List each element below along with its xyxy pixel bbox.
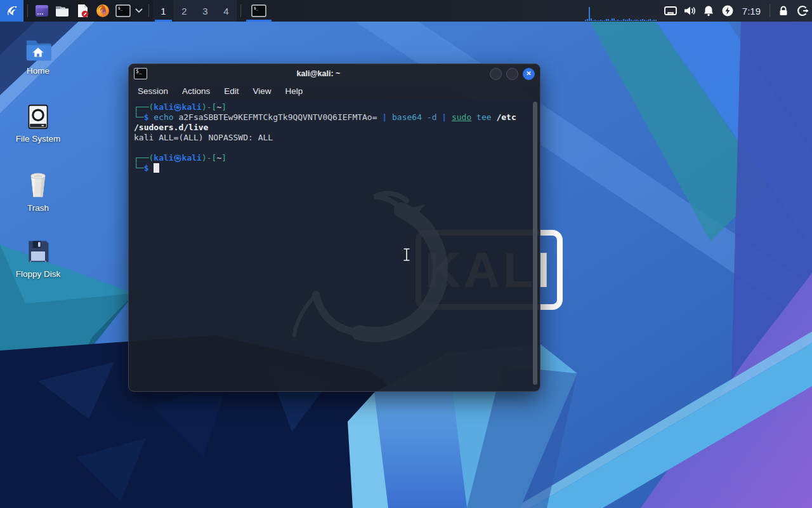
- file-system-drive-icon: [10, 104, 66, 130]
- terminal-titlebar[interactable]: $_ kali@kali: ~ ✕: [129, 64, 540, 83]
- panel-separator: [148, 4, 149, 17]
- terminal-scrollbar[interactable]: [533, 102, 537, 385]
- menu-session[interactable]: Session: [138, 86, 168, 96]
- workspace-button-4[interactable]: 4: [216, 0, 237, 22]
- desktop-icon-label: Trash: [10, 203, 66, 213]
- network-icon[interactable]: [661, 0, 680, 22]
- desktop-icon-floppy-disk[interactable]: Floppy Disk: [10, 237, 66, 279]
- terminal-line: └─$ echo a2FsaSBBTEw9KEFMTCkgTk9QQVNTV0Q…: [134, 112, 535, 123]
- terminal-icon: $_: [251, 3, 267, 18]
- menu-edit[interactable]: Edit: [224, 86, 239, 96]
- panel-separator: [27, 4, 28, 17]
- terminal-window-icon: $_: [134, 68, 147, 79]
- kali-dragon-watermark: [278, 188, 449, 347]
- kali-logo-icon: [5, 4, 19, 18]
- launcher-app-grid[interactable]: [32, 0, 52, 22]
- launcher-firefox[interactable]: [93, 0, 113, 22]
- applications-menu-button[interactable]: [0, 0, 23, 22]
- maximize-button[interactable]: [506, 68, 518, 80]
- launcher-file-manager[interactable]: [52, 0, 72, 22]
- home-folder-icon: [10, 36, 66, 62]
- terminal-line: ┌──(kali㉿kali)-[~]: [134, 153, 535, 163]
- desktop-icon-label: File System: [10, 134, 66, 144]
- terminal-icon: $_: [115, 3, 131, 18]
- menu-view[interactable]: View: [253, 86, 272, 96]
- panel-separator: [769, 4, 770, 17]
- desktop-icon-home[interactable]: Home: [10, 36, 66, 76]
- launcher-text-editor[interactable]: [72, 0, 93, 22]
- workspace-button-2[interactable]: 2: [174, 0, 195, 22]
- desktop-icon-file-system[interactable]: File System: [10, 104, 66, 144]
- terminal-line: [134, 143, 535, 153]
- menu-help[interactable]: Help: [285, 86, 303, 96]
- terminal-line: kali ALL=(ALL) NOPASSWD: ALL: [134, 133, 535, 143]
- logout-icon[interactable]: [793, 0, 812, 22]
- close-button[interactable]: ✕: [523, 68, 535, 80]
- terminal-output: ┌──(kali㉿kali)-[~]└─$ echo a2FsaSBBTEw9K…: [134, 102, 535, 173]
- chevron-down-icon[interactable]: [133, 0, 145, 22]
- terminal-body[interactable]: ┌──(kali㉿kali)-[~]└─$ echo a2FsaSBBTEw9K…: [129, 99, 540, 391]
- floppy-disk-icon: [10, 237, 66, 265]
- terminal-line: /sudoers.d/live: [134, 123, 535, 133]
- text-editor-icon: [75, 3, 90, 18]
- firefox-icon: [95, 3, 110, 18]
- terminal-window-title: kali@kali: ~: [147, 69, 490, 78]
- desktop-icon-label: Home: [10, 66, 66, 76]
- terminal-line: ┌──(kali㉿kali)-[~]: [134, 102, 535, 112]
- terminal-window: $_ kali@kali: ~ ✕ Session Actions Edit V…: [128, 64, 540, 392]
- terminal-menubar: Session Actions Edit View Help: [129, 83, 540, 99]
- desktop-icon-trash[interactable]: Trash: [10, 170, 66, 213]
- menu-actions[interactable]: Actions: [182, 86, 210, 96]
- file-manager-icon: [55, 3, 70, 18]
- workspace-button-1[interactable]: 1: [153, 0, 174, 22]
- terminal-line: └─$: [134, 163, 535, 173]
- notifications-bell-icon[interactable]: [699, 0, 718, 22]
- app-grid-icon: [34, 3, 49, 18]
- trash-bucket-icon: [10, 170, 66, 199]
- taskbar-terminal-button[interactable]: $_: [245, 0, 273, 22]
- svg-text:$_: $_: [118, 6, 123, 11]
- workspace-button-3[interactable]: 3: [195, 0, 216, 22]
- desktop-icon-label: Floppy Disk: [10, 269, 66, 279]
- panel-separator: [240, 4, 241, 17]
- volume-icon[interactable]: [680, 0, 699, 22]
- system-monitor-graph[interactable]: [584, 0, 661, 22]
- minimize-button[interactable]: [490, 68, 502, 80]
- svg-text:$_: $_: [254, 6, 259, 11]
- top-panel: $_ 1 2 3 4 $_: [0, 0, 812, 22]
- power-manager-icon[interactable]: [718, 0, 737, 22]
- clock[interactable]: 7:19: [737, 0, 766, 22]
- lock-screen-icon[interactable]: [774, 0, 793, 22]
- launcher-terminal[interactable]: $_: [113, 0, 133, 22]
